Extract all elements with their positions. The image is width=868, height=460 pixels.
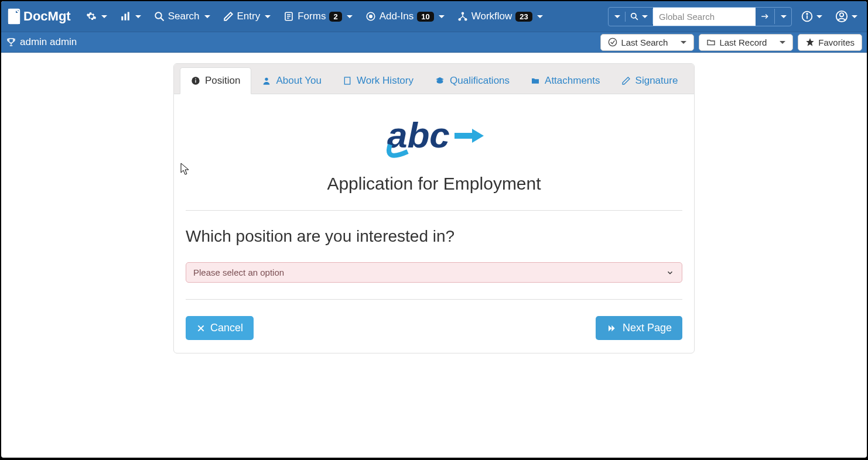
caret-down-icon bbox=[642, 15, 648, 18]
addins-menu-label: Add-Ins bbox=[380, 11, 414, 22]
last-record-label: Last Record bbox=[719, 37, 767, 47]
tab-position[interactable]: Position bbox=[180, 67, 251, 94]
edit-icon bbox=[223, 11, 234, 22]
arrow-right-icon bbox=[760, 12, 770, 20]
tab-work-history[interactable]: Work History bbox=[332, 67, 424, 94]
forms-menu-label: Forms bbox=[298, 11, 326, 22]
last-search-button[interactable]: Last Search bbox=[600, 34, 694, 51]
forms-badge: 2 bbox=[329, 12, 341, 22]
caret-down-icon bbox=[101, 15, 107, 18]
user-menu[interactable] bbox=[832, 6, 861, 26]
svg-rect-2 bbox=[124, 14, 126, 20]
last-search-label: Last Search bbox=[621, 37, 668, 47]
caret-down-icon bbox=[347, 15, 353, 18]
forward-icon bbox=[606, 324, 618, 333]
current-user-name: admin admin bbox=[20, 36, 77, 48]
next-page-button[interactable]: Next Page bbox=[596, 316, 682, 340]
app-logo[interactable]: DocMgt bbox=[7, 8, 71, 25]
search-menu-label: Search bbox=[168, 11, 200, 22]
addin-icon bbox=[365, 11, 376, 22]
workflow-menu[interactable]: Workflow 23 bbox=[453, 7, 548, 26]
next-label: Next Page bbox=[623, 322, 672, 334]
caret-down-icon bbox=[439, 15, 445, 18]
tab-signature[interactable]: Signature bbox=[611, 67, 689, 94]
gear-icon bbox=[86, 11, 97, 22]
caret-down-icon bbox=[780, 41, 785, 44]
caret-down-icon bbox=[681, 41, 686, 44]
search-icon bbox=[154, 11, 165, 22]
form-tabs: Position About You Work History Qualific… bbox=[174, 64, 694, 94]
svg-marker-37 bbox=[472, 129, 484, 143]
search-scope-button[interactable] bbox=[626, 9, 653, 24]
user-circle-icon bbox=[835, 10, 848, 23]
svg-marker-24 bbox=[807, 38, 814, 46]
tab-attachments[interactable]: Attachments bbox=[520, 67, 611, 94]
trophy-icon bbox=[6, 37, 16, 47]
entry-menu[interactable]: Entry bbox=[218, 7, 276, 26]
svg-point-4 bbox=[155, 12, 162, 19]
tab-label: Attachments bbox=[545, 75, 600, 87]
settings-menu[interactable] bbox=[81, 8, 112, 25]
workflow-icon bbox=[457, 11, 468, 22]
workflow-badge: 23 bbox=[515, 12, 532, 22]
app-name: DocMgt bbox=[23, 9, 71, 24]
tab-about-you[interactable]: About You bbox=[251, 67, 332, 94]
svg-point-28 bbox=[265, 77, 268, 80]
caret-down-icon bbox=[781, 15, 787, 18]
current-user: admin admin bbox=[6, 36, 77, 48]
position-select[interactable]: Please select an option bbox=[186, 262, 682, 283]
tab-qualifications[interactable]: Qualifications bbox=[424, 67, 520, 94]
folder-icon bbox=[531, 76, 540, 85]
check-circle-icon bbox=[608, 37, 617, 47]
svg-point-27 bbox=[195, 78, 196, 80]
svg-marker-41 bbox=[611, 325, 614, 331]
svg-line-5 bbox=[160, 18, 163, 20]
info-solid-icon bbox=[191, 76, 200, 85]
svg-text:abc: abc bbox=[387, 115, 450, 155]
folder-open-icon bbox=[706, 37, 716, 47]
chart-menu[interactable] bbox=[115, 8, 146, 25]
tab-label: Signature bbox=[635, 75, 678, 87]
search-icon bbox=[630, 12, 638, 20]
help-menu[interactable] bbox=[798, 7, 826, 26]
search-options-button[interactable] bbox=[775, 12, 791, 22]
abc-logo-icon: abc bbox=[384, 109, 484, 162]
search-type-left[interactable] bbox=[609, 12, 626, 22]
form-panel: Position About You Work History Qualific… bbox=[173, 63, 695, 353]
caret-down-icon bbox=[135, 15, 141, 18]
building-icon bbox=[343, 76, 352, 85]
caret-down-icon bbox=[614, 15, 620, 18]
caret-down-icon bbox=[204, 15, 210, 18]
form-title: Application for Employment bbox=[186, 174, 682, 194]
close-icon bbox=[196, 324, 206, 333]
user-icon bbox=[262, 76, 271, 85]
last-record-button[interactable]: Last Record bbox=[699, 34, 793, 51]
divider bbox=[186, 299, 682, 300]
company-logo: abc bbox=[186, 109, 682, 164]
cancel-button[interactable]: Cancel bbox=[186, 316, 254, 340]
form-question: Which position are you interested in? bbox=[186, 227, 682, 246]
document-icon bbox=[7, 8, 21, 25]
tab-label: Position bbox=[205, 75, 240, 87]
svg-point-20 bbox=[807, 13, 808, 15]
svg-rect-29 bbox=[344, 77, 350, 84]
svg-line-16 bbox=[635, 18, 638, 20]
svg-point-15 bbox=[631, 13, 636, 18]
svg-point-12 bbox=[461, 12, 464, 15]
cancel-label: Cancel bbox=[210, 322, 243, 334]
addins-menu[interactable]: Add-Ins 10 bbox=[361, 7, 449, 26]
global-search-input[interactable] bbox=[653, 8, 756, 26]
forms-menu[interactable]: Forms 2 bbox=[279, 7, 357, 26]
entry-menu-label: Entry bbox=[237, 11, 261, 22]
svg-point-11 bbox=[369, 15, 372, 18]
tab-label: Qualifications bbox=[450, 75, 510, 87]
favorites-button[interactable]: Favorites bbox=[798, 34, 862, 51]
search-menu[interactable]: Search bbox=[149, 7, 215, 26]
graduation-cap-icon bbox=[435, 76, 445, 85]
bar-chart-icon bbox=[120, 11, 131, 22]
svg-point-22 bbox=[840, 13, 843, 16]
search-go-button[interactable] bbox=[756, 9, 775, 24]
top-navbar: DocMgt Search Entry Fo bbox=[1, 1, 867, 32]
divider bbox=[186, 210, 682, 211]
info-icon bbox=[801, 11, 813, 22]
